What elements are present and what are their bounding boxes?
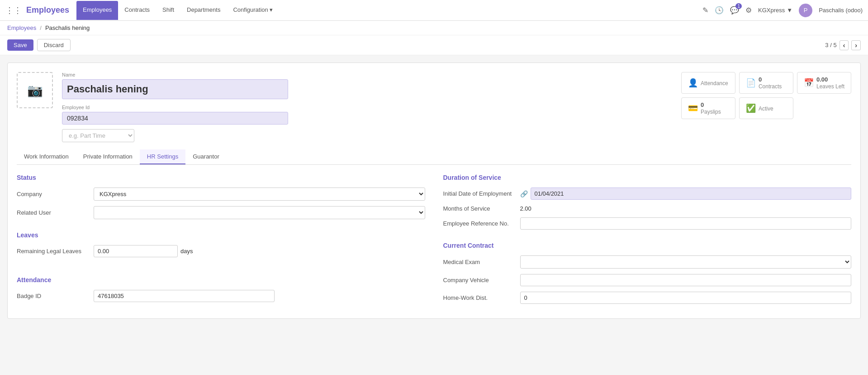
company-group: Company KGXpress [17,188,425,201]
leaves-count: 0.00 [816,76,844,83]
payslips-label: Payslips [701,109,721,115]
smart-buttons: 👤 Attendance 📄 0 Contracts 📅 [681,72,851,119]
contracts-icon: 📄 [746,78,756,88]
home-work-label: Home-Work Dist. [443,294,516,301]
leaves-label: Leaves Left [816,83,844,90]
home-work-input[interactable] [520,292,852,304]
contract-section-title: Current Contract [443,242,852,249]
related-user-group: Related User [17,206,425,219]
tab-hr-settings[interactable]: HR Settings [140,149,185,164]
top-navigation: ⋮⋮ Employees Employees Contracts Shift D… [0,0,868,21]
medical-exam-label: Medical Exam [443,259,516,265]
company-selector[interactable]: KGXpress ▼ [758,7,792,14]
badge-id-group: Badge ID [17,290,425,302]
company-vehicle-group: Company Vehicle [443,274,852,286]
employee-id-input[interactable] [62,112,288,125]
settings-icon[interactable]: ⚙ [745,6,752,14]
company-vehicle-input[interactable] [520,274,852,286]
menu-contracts[interactable]: Contracts [118,1,156,20]
leaves-button[interactable]: 📅 0.00 Leaves Left [797,72,851,94]
ref-no-group: Employee Reference No. [443,217,852,230]
status-section-title: Status [17,174,425,181]
breadcrumb-parent[interactable]: Employees [7,24,36,31]
left-column: Status Company KGXpress Related User Lea… [17,174,425,309]
tab-work-information[interactable]: Work Information [17,149,76,164]
edit-icon[interactable]: ✎ [702,6,708,14]
months-service-group: Months of Service 2.00 [443,205,852,212]
menu-configuration[interactable]: Configuration ▾ [227,1,279,20]
main-content: 📷 Name Employee Id e.g. Part Time 👤 [0,55,868,375]
action-bar: Save Discard 3 / 5 ‹ › [0,35,868,55]
part-time-select[interactable]: e.g. Part Time [62,129,134,142]
initial-date-label: Initial Date of Employment [443,190,516,197]
contracts-button[interactable]: 📄 0 Contracts [739,72,793,94]
name-label: Name [62,72,672,77]
related-user-label: Related User [17,209,89,216]
medical-exam-group: Medical Exam [443,255,852,269]
months-service-label: Months of Service [443,205,516,212]
external-link-icon[interactable]: 🔗 [520,190,528,197]
attendance-label: Attendance [701,80,728,87]
right-column: Duration of Service Initial Date of Empl… [443,174,852,309]
remaining-leaves-group: Remaining Legal Leaves days [17,245,425,257]
contracts-label: Contracts [759,83,782,90]
ref-no-input[interactable] [520,217,852,230]
user-avatar[interactable]: P [799,4,812,17]
smart-buttons-row-2: 💳 0 Payslips ✅ Active [681,97,851,119]
pagination-info: 3 / 5 [825,42,836,48]
attendance-icon: 👤 [688,78,698,88]
badge-id-input[interactable] [94,290,275,302]
leaves-section-title: Leaves [17,231,425,239]
active-icon: ✅ [746,103,756,113]
initial-date-group: Initial Date of Employment 🔗 [443,188,852,200]
company-select[interactable]: KGXpress [94,188,425,201]
user-name: Paschalis (odoo) [819,7,863,14]
company-label: Company [17,191,89,197]
ref-no-label: Employee Reference No. [443,220,516,227]
brand-title: Employees [26,5,69,15]
contracts-count: 0 [759,76,782,83]
medical-exam-select[interactable] [520,255,852,269]
active-label: Active [759,106,773,112]
related-user-select[interactable] [94,206,425,219]
form-body: Status Company KGXpress Related User Lea… [17,174,851,309]
clock-icon[interactable]: 🕓 [715,6,724,14]
employee-name-input[interactable] [62,79,288,99]
save-button[interactable]: Save [7,39,33,51]
home-work-group: Home-Work Dist. [443,292,852,304]
next-record-button[interactable]: › [851,40,861,50]
employee-header: 📷 Name Employee Id e.g. Part Time 👤 [17,72,851,142]
employee-id-label: Employee Id [62,105,672,110]
discard-button[interactable]: Discard [37,39,71,51]
menu-departments[interactable]: Departments [180,1,227,20]
initial-date-input[interactable] [531,188,852,200]
badge-id-label: Badge ID [17,293,89,299]
attendance-button[interactable]: 👤 Attendance [681,72,735,94]
company-name: KGXpress [758,7,785,14]
avatar-upload[interactable]: 📷 [17,72,53,108]
days-suffix: days [180,248,193,255]
remaining-leaves-input[interactable] [94,245,178,257]
top-right-actions: ✎ 🕓 💬 1 ⚙ KGXpress ▼ P Paschalis (odoo) [702,4,863,17]
chat-icon[interactable]: 💬 1 [730,6,739,14]
breadcrumb-bar: Employees / Paschalis hening [0,21,868,35]
payslips-count: 0 [701,101,721,108]
active-button[interactable]: ✅ Active [739,97,793,119]
remaining-leaves-input-group: days [94,245,425,257]
pagination: 3 / 5 ‹ › [825,40,861,50]
attendance-section-title: Attendance [17,276,425,284]
months-service-value: 2.00 [520,205,531,212]
apps-menu-icon[interactable]: ⋮⋮ [5,5,22,15]
employee-info: Name Employee Id e.g. Part Time [62,72,672,142]
employee-form: 📷 Name Employee Id e.g. Part Time 👤 [7,62,861,319]
initial-date-input-group: 🔗 [520,188,852,200]
prev-record-button[interactable]: ‹ [840,40,849,50]
main-menu: Employees Contracts Shift Departments Co… [76,1,702,20]
menu-shift[interactable]: Shift [156,1,180,20]
tab-guarantor[interactable]: Guarantor [185,149,227,164]
payslips-button[interactable]: 💳 0 Payslips [681,97,735,119]
chat-badge: 1 [735,3,742,9]
menu-employees[interactable]: Employees [76,1,118,20]
tab-private-information[interactable]: Private Information [76,149,140,164]
company-dropdown-icon: ▼ [787,7,792,14]
